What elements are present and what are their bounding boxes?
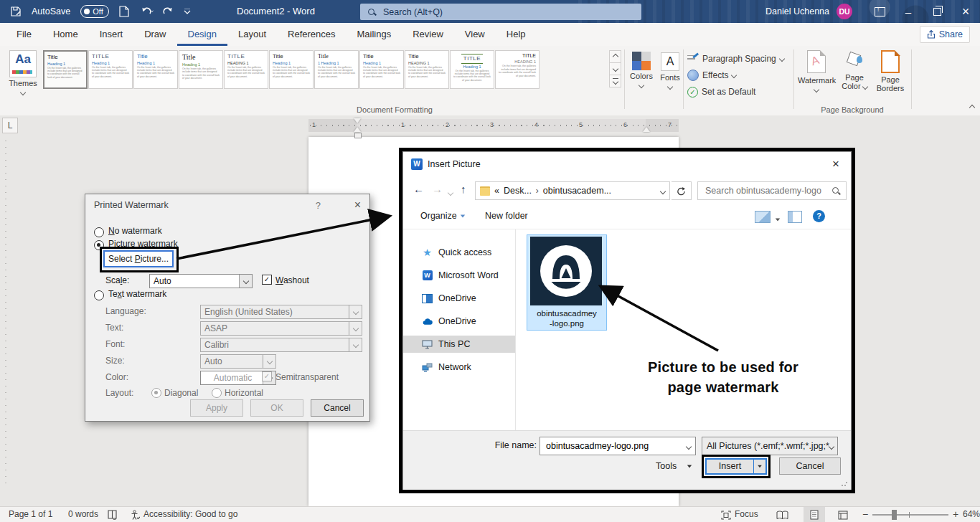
user-name[interactable]: Daniel Uchenna (765, 6, 829, 16)
dropdown-icon[interactable] (239, 275, 252, 288)
cancel-button[interactable]: Cancel (779, 457, 841, 475)
change-view-button[interactable] (755, 211, 771, 223)
resize-grip[interactable] (841, 480, 848, 487)
zoom-slider-track[interactable] (872, 514, 948, 516)
file-item-selected[interactable]: obintusacadmey -logo.png (527, 234, 607, 331)
themes-button[interactable]: Aa Themes (6, 50, 40, 96)
tab-view[interactable]: View (454, 23, 496, 46)
dropdown-icon[interactable] (687, 441, 691, 451)
tab-references[interactable]: References (277, 23, 346, 46)
paragraph-spacing-button[interactable]: Paragraph Spacing (687, 52, 784, 66)
right-indent-marker[interactable] (643, 127, 650, 132)
breadcrumb-desktop[interactable]: Desk... (504, 186, 532, 196)
help-icon[interactable]: ? (316, 200, 321, 211)
tab-file[interactable]: File (6, 23, 42, 46)
file-name-input[interactable] (545, 440, 687, 452)
tab-help[interactable]: Help (496, 23, 537, 46)
redo-button[interactable] (162, 6, 174, 17)
close-button[interactable]: × (951, 0, 980, 23)
tab-insert[interactable]: Insert (89, 23, 134, 46)
first-line-indent-marker[interactable] (354, 118, 361, 123)
gallery-scroll-up-button[interactable] (609, 50, 621, 63)
preview-pane-button[interactable] (788, 211, 802, 223)
accessibility-status[interactable]: Accessibility: Good to go (143, 507, 237, 522)
restore-button[interactable] (923, 0, 951, 23)
text-watermark-radio[interactable] (94, 290, 104, 300)
focus-label[interactable]: Focus (735, 507, 758, 522)
tab-draw[interactable]: Draw (133, 23, 176, 46)
sidebar-item-onedrive[interactable]: OneDrive (403, 313, 515, 330)
tools-button[interactable]: Tools (656, 461, 692, 471)
share-button[interactable]: Share (920, 26, 970, 43)
style-set-tile[interactable]: TITLEHeading 1On the Insert tab, the gal… (88, 50, 133, 89)
hanging-indent-marker[interactable] (354, 127, 361, 132)
sidebar-item-network[interactable]: Network (403, 359, 515, 376)
focus-icon[interactable] (721, 510, 731, 522)
tab-layout[interactable]: Layout (227, 23, 277, 46)
tab-mailings[interactable]: Mailings (347, 23, 402, 46)
zoom-in-button[interactable]: + (953, 507, 958, 522)
style-set-tile[interactable]: TITLEHEADING 1On the Insert tab, the gal… (224, 50, 268, 89)
sidebar-item-quick-access[interactable]: ★Quick access (403, 244, 515, 261)
style-set-tile[interactable]: TitleHEADING 1On the Insert tab, the gal… (405, 50, 449, 89)
style-set-tile[interactable]: TITLEHeading 1On the Insert tab, the gal… (450, 50, 494, 89)
style-set-tile[interactable]: TitleHeading 1On the Insert tab, the gal… (133, 50, 178, 89)
zoom-slider-thumb[interactable] (892, 510, 897, 520)
address-dropdown-icon[interactable] (661, 186, 665, 196)
style-set-tile[interactable]: TitleHeading 1On the Insert tab, the gal… (179, 50, 223, 89)
file-type-combobox[interactable]: All Pictures (*.emf;*.wmf;*.jpg;* (702, 437, 838, 455)
word-count[interactable]: 0 words (68, 507, 98, 522)
tab-stop-selector[interactable]: L (2, 118, 18, 133)
style-set-tile[interactable]: TitleHeading 1On the Insert tab, the gal… (43, 50, 88, 89)
sidebar-item-onedrive[interactable]: OneDrive (403, 290, 515, 307)
scale-combobox[interactable]: Auto (149, 274, 253, 288)
effects-button[interactable]: Effects (687, 68, 736, 82)
select-picture-button[interactable]: Select Picture... (103, 250, 174, 267)
zoom-level[interactable]: 64% (963, 507, 980, 522)
tab-review[interactable]: Review (402, 23, 454, 46)
close-icon[interactable]: × (354, 199, 361, 212)
up-button[interactable]: ↑ (461, 183, 466, 195)
collapse-ribbon-button[interactable] (970, 103, 974, 111)
tab-design[interactable]: Design (177, 23, 227, 46)
minimize-button[interactable]: – (894, 0, 923, 23)
page-indicator[interactable]: Page 1 of 1 (9, 507, 52, 522)
gallery-more-button[interactable] (609, 75, 621, 87)
undo-button[interactable] (141, 6, 152, 17)
left-indent-marker[interactable] (354, 133, 362, 138)
search-input[interactable] (382, 6, 600, 18)
colors-button[interactable]: Colors (626, 50, 657, 89)
style-set-tile[interactable]: TitleHeading 1On the Insert tab, the gal… (359, 50, 404, 89)
file-name-combobox[interactable] (540, 437, 696, 455)
proofing-icon[interactable] (108, 510, 117, 522)
address-bar[interactable]: « Desk... › obintusacadem... (475, 181, 670, 200)
sidebar-item-microsoft-word[interactable]: WMicrosoft Word (403, 267, 515, 284)
new-folder-button[interactable]: New folder (485, 211, 528, 221)
avatar[interactable]: DU (837, 4, 852, 19)
search-bar[interactable] (360, 4, 641, 20)
fonts-button[interactable]: A Fonts (654, 50, 686, 90)
autosave-toggle[interactable]: Off (80, 5, 108, 18)
insert-dropdown-icon[interactable] (753, 460, 765, 473)
save-icon[interactable] (10, 6, 22, 17)
accessibility-icon[interactable] (131, 510, 140, 522)
page-borders-button[interactable]: Page Borders (872, 50, 908, 92)
view-dropdown-icon[interactable] (775, 214, 781, 224)
close-icon[interactable]: × (832, 157, 839, 171)
page-color-button[interactable]: Page Color (838, 50, 871, 90)
help-button[interactable]: ? (813, 210, 825, 222)
zoom-out-button[interactable]: − (862, 507, 868, 522)
style-set-tile[interactable]: TitleHeading 1On the Insert tab, the gal… (269, 50, 314, 89)
washout-checkbox[interactable]: ✓ (262, 275, 272, 285)
web-layout-button[interactable] (838, 510, 848, 522)
breadcrumb-folder[interactable]: obintusacadem... (543, 186, 611, 196)
print-layout-icon[interactable] (810, 510, 819, 522)
style-set-tile[interactable]: Title1 Heading 1On the Insert tab, the g… (314, 50, 359, 89)
tab-home[interactable]: Home (42, 23, 89, 46)
refresh-button[interactable] (672, 181, 692, 200)
gallery-scroll-down-button[interactable] (609, 62, 621, 75)
style-set-tile[interactable]: TitleHEADING 1On the Insert tab, the gal… (495, 50, 540, 89)
watermark-button[interactable]: Watermark (798, 50, 835, 93)
organize-button[interactable]: Organize (420, 211, 466, 221)
recent-locations-chevron-icon[interactable] (448, 186, 453, 198)
